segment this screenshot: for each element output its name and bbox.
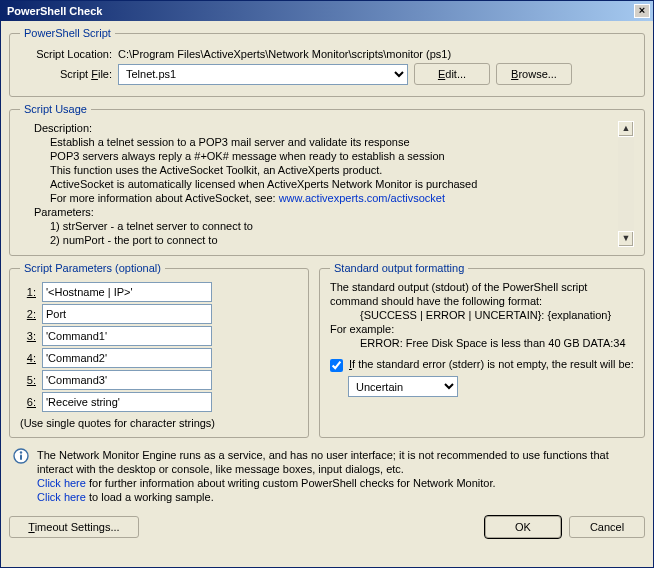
param-num: 4: (20, 352, 36, 364)
param-6-input[interactable] (42, 392, 212, 412)
dialog: PowerShell Check × PowerShell Script Scr… (0, 0, 654, 568)
usage-line: ActiveSocket is automatically licensed w… (50, 177, 616, 191)
close-icon[interactable]: × (634, 4, 650, 18)
stdout-example: ERROR: Free Disk Space is less than 40 G… (360, 336, 634, 350)
usage-param: 1) strServer - a telnet server to connec… (50, 219, 616, 233)
param-4-input[interactable] (42, 348, 212, 368)
browse-button[interactable]: Browse... (496, 63, 572, 85)
param-3-input[interactable] (42, 326, 212, 346)
svg-point-1 (20, 451, 22, 453)
content: PowerShell Script Script Location: C:\Pr… (1, 21, 653, 567)
load-sample-link[interactable]: Click here (37, 491, 86, 503)
group-script-legend: PowerShell Script (20, 27, 115, 39)
script-location-value: C:\Program Files\ActiveXperts\Network Mo… (118, 48, 634, 60)
param-num: 5: (20, 374, 36, 386)
param-num: 2: (20, 308, 36, 320)
ok-button[interactable]: OK (485, 516, 561, 538)
param-1-input[interactable] (42, 282, 212, 302)
note-line1: The Network Monitor Engine runs as a ser… (37, 448, 641, 476)
param-2-input[interactable] (42, 304, 212, 324)
scroll-down-icon[interactable]: ▼ (618, 231, 634, 247)
usage-scrollbar[interactable]: ▲ ▼ (618, 121, 634, 247)
group-usage-legend: Script Usage (20, 103, 91, 115)
svg-rect-2 (20, 455, 22, 461)
group-stdout-legend: Standard output formatting (330, 262, 468, 274)
usage-line: POP3 servers always reply a #+OK# messag… (50, 149, 616, 163)
usage-line: This function uses the ActiveSocket Tool… (50, 163, 616, 177)
group-script: PowerShell Script Script Location: C:\Pr… (9, 27, 645, 97)
timeout-settings-button[interactable]: Timeout Settings... (9, 516, 139, 538)
group-params-legend: Script Parameters (optional) (20, 262, 165, 274)
group-usage: Script Usage Description: Establish a te… (9, 103, 645, 256)
usage-param-hdr: Parameters: (34, 205, 616, 219)
group-stdout: Standard output formatting The standard … (319, 262, 645, 438)
param-5-input[interactable] (42, 370, 212, 390)
usage-text: Description: Establish a telnet session … (20, 121, 616, 247)
scroll-up-icon[interactable]: ▲ (618, 121, 634, 137)
window-title: PowerShell Check (7, 5, 102, 17)
stdout-line: For example: (330, 322, 634, 336)
info-note: The Network Monitor Engine runs as a ser… (9, 444, 645, 504)
scroll-track[interactable] (618, 137, 634, 231)
stdout-line: The standard output (stdout) of the Powe… (330, 280, 634, 308)
button-bar: Timeout Settings... OK Cancel (9, 510, 645, 538)
usage-param: 2) numPort - the port to connect to (50, 233, 616, 247)
help-link[interactable]: Click here (37, 477, 86, 489)
script-location-label: Script Location: (20, 48, 112, 60)
group-params: Script Parameters (optional) 1: 2: 3: 4:… (9, 262, 309, 438)
note-line3: to load a working sample. (86, 491, 214, 503)
info-icon (13, 448, 29, 464)
usage-desc-hdr: Description: (34, 121, 616, 135)
script-file-label: Script File: (20, 68, 112, 80)
activesocket-link[interactable]: www.activexperts.com/activsocket (279, 192, 445, 204)
script-file-select[interactable]: Telnet.ps1 (118, 64, 408, 85)
cancel-button[interactable]: Cancel (569, 516, 645, 538)
titlebar: PowerShell Check × (1, 1, 653, 21)
stderr-label: If the standard error (stderr) is not em… (349, 358, 634, 370)
edit-button[interactable]: Edit... (414, 63, 490, 85)
usage-line: Establish a telnet session to a POP3 mai… (50, 135, 616, 149)
param-hint: (Use single quotes for character strings… (20, 417, 298, 429)
param-num: 6: (20, 396, 36, 408)
usage-line: For more information about ActiveSocket,… (50, 191, 616, 205)
stdout-format: {SUCCESS | ERROR | UNCERTAIN}: {explanat… (360, 308, 634, 322)
param-num: 3: (20, 330, 36, 342)
stderr-checkbox[interactable] (330, 359, 343, 372)
note-line2: for further information about writing cu… (86, 477, 496, 489)
param-num: 1: (20, 286, 36, 298)
stderr-result-select[interactable]: Uncertain (348, 376, 458, 397)
